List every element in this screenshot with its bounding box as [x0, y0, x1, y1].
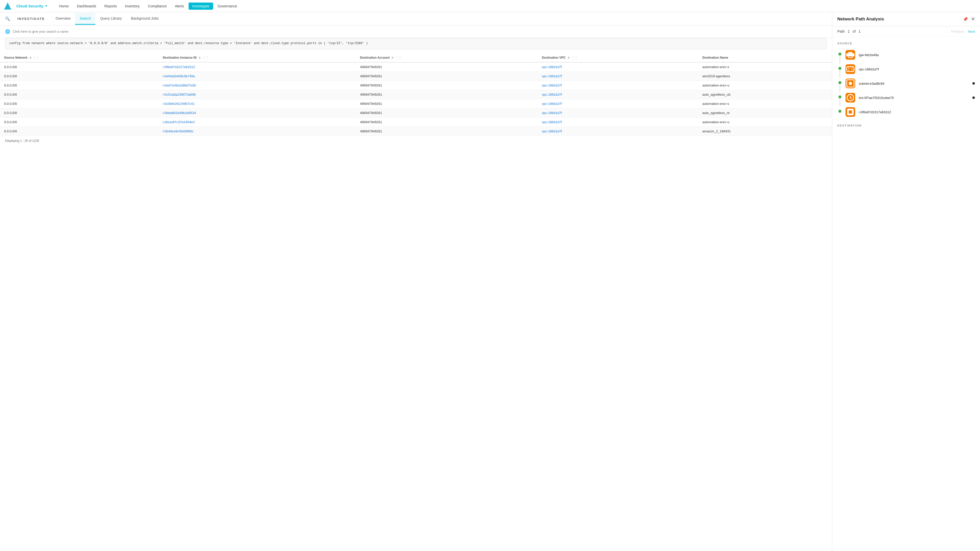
table-row: 0.0.0.0/0 i-0ef4a5b408c0b749a 4969479492…: [0, 72, 832, 81]
node-label: igw-feb2e49a: [859, 53, 975, 57]
path-node-wrapper: igw-feb2e49a: [837, 49, 975, 63]
sort-icon-dest-instance[interactable]: ⇅: [199, 56, 200, 59]
query-box[interactable]: config from network where source.network…: [5, 38, 827, 49]
cell-dest-instance: i-0ed7e38a2d8b07d2b: [159, 81, 356, 90]
col-source-network: Source Network ⇅ ⋮⋮: [0, 53, 159, 62]
cell-dest-name: auto_agnetless_ub: [698, 90, 832, 99]
prev-button[interactable]: Previous: [951, 30, 964, 33]
dest-instance-link[interactable]: i-0ed7e38a2d8b07d2b: [163, 83, 196, 87]
dest-vpc-link[interactable]: vpc-186d1d7f: [542, 129, 562, 133]
svg-rect-0: [846, 53, 854, 57]
sort-icon-dest-vpc[interactable]: ⇅: [568, 56, 570, 59]
table-row: 0.0.0.0/0 i-0c0bfe28124967c41 4969479492…: [0, 99, 832, 108]
cloud-security-button[interactable]: Cloud Security: [14, 3, 49, 9]
dest-instance-link[interactable]: i-0b49ce9cf3efd995c: [163, 129, 194, 133]
sort-icon-dest-account[interactable]: ⇅: [391, 56, 393, 59]
tab-background-jobs[interactable]: Background Jobs: [126, 13, 163, 25]
col-dest-account: Destination Account ⇅ ⋮⋮: [356, 53, 538, 62]
path-text: Path 1 of 1: [837, 29, 861, 33]
dest-instance-link[interactable]: i-0f6e87d1017e81612: [163, 65, 195, 69]
node-right-dot: [972, 82, 975, 85]
node-content: igw-feb2e49a: [845, 49, 975, 61]
drag-icon-dest-vpc[interactable]: ⋮⋮: [571, 56, 578, 59]
svg-rect-1: [847, 67, 854, 72]
connector-col: [837, 106, 842, 113]
node-icon-vpc[interactable]: [845, 64, 855, 74]
nav-investigate[interactable]: Investigate: [189, 3, 213, 10]
drag-icon-dest-account[interactable]: ⋮⋮: [395, 56, 401, 59]
dest-vpc-link[interactable]: vpc-186d1d7f: [542, 74, 562, 78]
nav-reports[interactable]: Reports: [101, 3, 121, 10]
col-dest-instance: Destination Instance ID ⇅ ⋮⋮: [159, 53, 356, 62]
right-panel-actions: 📌 ✕: [963, 16, 975, 22]
cell-dest-instance: i-0bda881b49b1b9534: [159, 108, 356, 118]
cell-dest-name: amazon_2_168431: [698, 127, 832, 136]
cell-dest-instance: i-0ef4a5b408c0b749a: [159, 72, 356, 81]
dest-instance-link[interactable]: i-0bcedf7c37e2454e3: [163, 120, 195, 124]
pin-icon[interactable]: 📌: [963, 17, 968, 22]
path-nodes: igw-feb2e49avpc-186d1d7fsubnet-e3ad8c84e…: [837, 49, 975, 118]
cell-dest-name: automation-encr-u: [698, 118, 832, 127]
dest-vpc-link[interactable]: vpc-186d1d7f: [542, 65, 562, 69]
dest-vpc-link[interactable]: vpc-186d1d7f: [542, 111, 562, 115]
chevron-down-icon: [45, 5, 48, 6]
cell-dest-vpc: vpc-186d1d7f: [538, 108, 698, 118]
cell-source-network: 0.0.0.0/0: [0, 118, 159, 127]
close-icon[interactable]: ✕: [971, 16, 975, 22]
investigate-search-icon: 🔍: [5, 16, 10, 21]
path-total: 1: [859, 29, 861, 33]
tab-query-library[interactable]: Query Library: [95, 13, 126, 25]
dest-vpc-link[interactable]: vpc-186d1d7f: [542, 120, 562, 124]
node-icon-instance[interactable]: [845, 107, 855, 117]
search-name-placeholder[interactable]: Click here to give your search a name: [13, 30, 68, 33]
tab-search[interactable]: Search: [75, 13, 95, 25]
node-content: i-0f6e87d1017e81612: [845, 106, 975, 118]
connector-dot: [838, 52, 842, 56]
node-icon-igw[interactable]: [845, 50, 855, 60]
connector-dot: [838, 81, 842, 84]
nav-dashboards[interactable]: Dashboards: [73, 3, 100, 10]
connector-col: [837, 92, 842, 106]
dest-instance-link[interactable]: i-0c51dda230873a698: [163, 93, 196, 97]
cell-source-network: 0.0.0.0/0: [0, 99, 159, 108]
dest-vpc-link[interactable]: vpc-186d1d7f: [542, 93, 562, 97]
nav-home[interactable]: Home: [56, 3, 72, 10]
node-icon-eni[interactable]: [845, 93, 855, 103]
cell-dest-vpc: vpc-186d1d7f: [538, 72, 698, 81]
cell-dest-account: 496947949261: [356, 62, 538, 72]
investigate-header: 🔍 INVESTIGATE Overview Search Query Libr…: [0, 12, 832, 25]
cell-dest-vpc: vpc-186d1d7f: [538, 81, 698, 90]
nav-governance[interactable]: Governance: [214, 3, 241, 10]
results-table-container: Source Network ⇅ ⋮⋮ Destination Instance…: [0, 53, 832, 151]
nav-alerts[interactable]: Alerts: [171, 3, 188, 10]
sort-icon-source[interactable]: ⇅: [29, 56, 32, 59]
cell-dest-instance: i-0bcedf7c37e2454e3: [159, 118, 356, 127]
node-label: vpc-186d1d7f: [859, 67, 975, 71]
tab-overview[interactable]: Overview: [51, 13, 75, 25]
dest-instance-link[interactable]: i-0ef4a5b408c0b749a: [163, 74, 195, 78]
node-icon-subnet[interactable]: [845, 79, 855, 88]
cell-dest-account: 496947949261: [356, 108, 538, 118]
dest-instance-link[interactable]: i-0c0bfe28124967c41: [163, 102, 195, 106]
nav-inventory[interactable]: Inventory: [121, 3, 143, 10]
source-section-label: SOURCE: [837, 42, 975, 45]
connector-line: [840, 85, 840, 92]
table-header-row: Source Network ⇅ ⋮⋮ Destination Instance…: [0, 53, 832, 62]
drag-icon-dest-instance[interactable]: ⋮⋮: [202, 56, 208, 59]
table-row: 0.0.0.0/0 i-0b49ce9cf3efd995c 4969479492…: [0, 127, 832, 136]
cell-dest-account: 496947949261: [356, 127, 538, 136]
path-node-wrapper: i-0f6e87d1017e81612: [837, 106, 975, 118]
node-content: eni-0f7ae7f3310cebe79: [845, 92, 975, 103]
main-nav: Home Dashboards Reports Inventory Compli…: [56, 3, 241, 10]
next-button[interactable]: Next: [968, 30, 975, 33]
investigate-title: INVESTIGATE: [18, 17, 45, 21]
cell-dest-vpc: vpc-186d1d7f: [538, 62, 698, 72]
nav-compliance[interactable]: Compliance: [144, 3, 170, 10]
dest-vpc-link[interactable]: vpc-186d1d7f: [542, 102, 562, 106]
svg-rect-6: [849, 110, 852, 114]
connector-line: [840, 70, 840, 78]
dest-vpc-link[interactable]: vpc-186d1d7f: [542, 83, 562, 87]
connector-dot: [838, 110, 842, 113]
dest-instance-link[interactable]: i-0bda881b49b1b9534: [163, 111, 196, 115]
drag-icon-source[interactable]: ⋮⋮: [33, 56, 39, 59]
